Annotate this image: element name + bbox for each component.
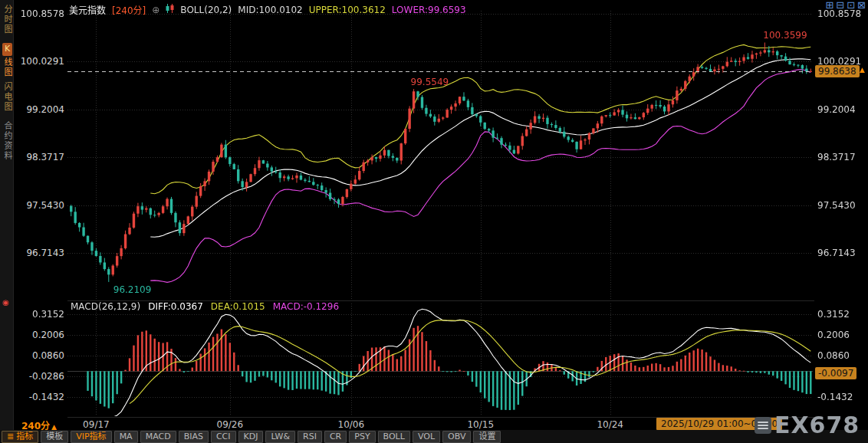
toolbar-tab-label: LW& xyxy=(271,432,290,441)
toolbar-tab-label: VIP指标 xyxy=(76,432,106,441)
macd-diff-value: DIFF:0.0367 xyxy=(148,301,203,312)
candle-icon xyxy=(166,4,174,15)
toolbar-tab-label: CCI xyxy=(216,432,231,441)
macd-macd-value: MACD:-0.1296 xyxy=(273,301,339,312)
chart-canvas[interactable] xyxy=(67,0,814,418)
macd-dea-value: DEA:0.1015 xyxy=(211,301,265,312)
annotation-high-price: 100.3599 xyxy=(763,30,807,41)
bottom-toolbar: ≣指标模板VIP指标MAMACDBIASCCIKDJLW&RSICRPSYBOL… xyxy=(0,430,868,443)
macd-value-badge: -0.0097 xyxy=(815,367,856,379)
toolbar-tab-label: 指标 xyxy=(16,432,33,441)
toolbar-tab-vol[interactable]: VOL xyxy=(413,431,440,443)
x-axis-date-label: 09/26 xyxy=(216,419,244,430)
macd-axis-tick-right: 0.2006 xyxy=(817,330,866,340)
x-axis-date-label: 10/06 xyxy=(337,419,365,430)
toolbar-tab-cr[interactable]: CR xyxy=(324,431,347,443)
macd-axis-tick-left: 0.0860 xyxy=(14,350,64,361)
macd-axis-tick-left: 0.3152 xyxy=(14,309,64,320)
toolbar-tab-bias[interactable]: BIAS xyxy=(179,431,209,443)
toolbar-tab-label: BIAS xyxy=(184,432,203,441)
annotation-low-price: 96.2109 xyxy=(113,284,152,295)
kline-label: 线图 xyxy=(2,57,12,77)
price-axis-tick-left: 100.8578 xyxy=(14,8,64,19)
macd-axis-tick-right: 0.0860 xyxy=(817,350,866,361)
price-axis-tick-right: 97.5430 xyxy=(817,200,866,211)
toolbar-tab-settings[interactable]: 设置 xyxy=(473,431,501,443)
toolbar-tab-ma[interactable]: MA xyxy=(114,431,138,443)
toolbar-tab-label: 模板 xyxy=(46,432,63,441)
toolbar-tab-label: RSI xyxy=(303,432,317,441)
toolbar-tab-indicators[interactable]: ≣指标 xyxy=(2,431,38,443)
toolbar-tab-label: CR xyxy=(330,432,341,441)
sidebar-item-lightning-chart[interactable]: 闪电图 xyxy=(2,82,12,112)
price-axis-tick-right: 98.3717 xyxy=(817,152,866,162)
watermark-text: EX678 xyxy=(774,414,860,437)
chart-header: 美元指数 [240分] ⊕ BOLL(20,2) MID:100.0102 UP… xyxy=(69,3,466,16)
boll-params-label: BOLL(20,2) xyxy=(180,5,232,15)
price-axis-tick-left: 98.3717 xyxy=(14,152,64,162)
toolbar-tab-obv[interactable]: OBV xyxy=(442,431,471,443)
price-axis-tick-left: 99.2004 xyxy=(14,104,64,115)
macd-axis-tick-left: 0.2006 xyxy=(14,330,64,340)
price-axis-tick-right: 96.7143 xyxy=(817,248,866,258)
ex678-logo-icon xyxy=(755,417,771,434)
boll-mid-value: MID:100.0102 xyxy=(238,5,302,15)
watermark: EX678 xyxy=(755,414,860,437)
x-axis-date-label: 10/24 xyxy=(597,419,624,430)
boll-upper-value: UPPER:100.3612 xyxy=(309,5,386,15)
symbol-title: 美元指数 xyxy=(69,3,106,16)
macd-header: MACD(26,12,9) DIFF:0.0367 DEA:0.1015 MAC… xyxy=(71,301,339,312)
macd-axis-tick-right: 0.3152 xyxy=(817,309,866,320)
toolbar-tab-kdj[interactable]: KDJ xyxy=(238,431,264,443)
toolbar-tab-label: PSY xyxy=(354,432,370,441)
boll-lower-value: LOWER:99.6593 xyxy=(392,5,466,15)
toolbar-tab-rsi[interactable]: RSI xyxy=(298,431,322,443)
toolbar-tab-boll[interactable]: BOLL xyxy=(378,431,410,443)
circle-plus-icon[interactable]: ⊕ xyxy=(152,5,159,15)
price-axis-tick-right: 100.0291 xyxy=(817,56,866,67)
toolbar-tab-macd[interactable]: MACD xyxy=(140,431,176,443)
toolbar-tab-psy[interactable]: PSY xyxy=(349,431,375,443)
chart-app: 分时图 K线图 闪电图 合约资料 ◉ 美元指数 [240分] ⊕ BOLL(20… xyxy=(0,0,868,443)
toolbar-tab-templates[interactable]: 模板 xyxy=(41,431,68,443)
price-up-arrow-icon: ▲ xyxy=(860,66,865,74)
toolbar-tab-label: OBV xyxy=(448,432,465,441)
x-axis-date-label: 10/15 xyxy=(467,419,495,430)
annotation-swing-high: 99.5549 xyxy=(411,77,449,87)
sidebar-item-kline-chart[interactable]: K线图 xyxy=(2,43,12,77)
macd-axis-tick-left: -0.1432 xyxy=(14,392,64,402)
macd-axis-tick-left: -0.0286 xyxy=(14,371,64,382)
price-axis-tick-left: 97.5430 xyxy=(14,200,64,211)
toolbar-tab-label: MACD xyxy=(146,432,171,441)
sidebar-item-time-chart[interactable]: 分时图 xyxy=(2,5,12,34)
period-label[interactable]: [240分] xyxy=(112,3,146,16)
price-axis-tick-right: 99.2004 xyxy=(817,104,866,115)
toolbar-tab-lw[interactable]: LW& xyxy=(265,431,295,443)
toolbar-tab-cci[interactable]: CCI xyxy=(211,431,236,443)
indicator-dot-icon[interactable]: ◉ xyxy=(2,298,9,307)
price-axis-tick-right: 100.8578 xyxy=(817,8,866,19)
toolbar-tab-label: KDJ xyxy=(244,432,258,441)
macd-axis-tick-right: -0.1432 xyxy=(817,392,866,402)
toolbar-tab-label: 设置 xyxy=(478,432,495,441)
menu-icon: ≣ xyxy=(7,432,14,441)
toolbar-tab-label: MA xyxy=(120,432,133,441)
toolbar-tab-label: BOLL xyxy=(383,432,405,441)
kline-k-badge: K xyxy=(2,43,12,56)
price-axis-tick-left: 100.0291 xyxy=(14,56,64,67)
sidebar-item-contract-info[interactable]: 合约资料 xyxy=(2,121,12,161)
macd-params-label: MACD(26,12,9) xyxy=(71,301,140,312)
toolbar-tab-label: VOL xyxy=(418,432,435,441)
sidebar: 分时图 K线图 闪电图 合约资料 xyxy=(0,0,14,430)
x-axis-date-label: 09/17 xyxy=(82,419,110,430)
toolbar-tab-vip-indicators[interactable]: VIP指标 xyxy=(71,431,111,443)
price-axis-tick-left: 96.7143 xyxy=(14,248,64,258)
